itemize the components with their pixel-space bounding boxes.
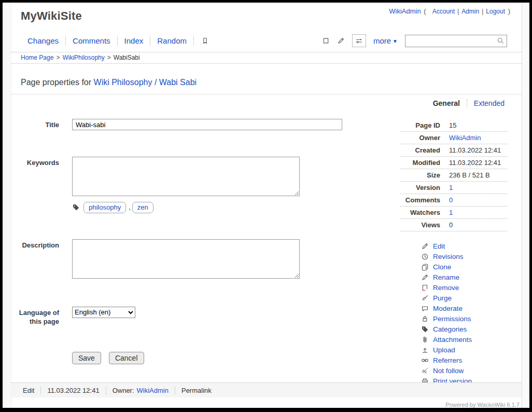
action-label: Not follow [433,367,464,375]
page-title-prefix: Page properties for [21,78,94,87]
main-content: Page properties for Wiki Philosophy / Wa… [11,64,522,382]
property-row: Watchers 1 [400,207,507,219]
breadcrumb-item[interactable]: Home Page [21,54,53,61]
keyword-tag[interactable]: zen [132,202,153,213]
keywords-textarea[interactable] [72,157,300,196]
property-value[interactable]: 1 [449,184,453,191]
breadcrumb-item: WabiSabi [114,54,140,61]
page-actions: Edit Revisions Clone [421,241,522,382]
description-textarea[interactable] [72,239,300,279]
tabs: GeneralExtended [11,94,522,107]
property-label: Size [400,171,440,179]
action-link[interactable]: Moderate [421,303,522,313]
search-input[interactable] [405,35,507,47]
separator: | [482,8,483,15]
primary-nav: ChangesCommentsIndexRandom [21,36,194,46]
action-label: Clone [433,263,451,271]
tab[interactable]: General [433,99,460,107]
speech-bubble-icon [421,305,429,312]
description-label: Description [11,239,59,250]
nav-link[interactable]: Changes [21,36,66,46]
property-value[interactable]: 0 [449,196,453,204]
action-label: Purge [433,294,452,302]
no-follow-icon [421,367,429,375]
action-label: Attachments [433,336,472,344]
page-remove-icon [421,284,429,292]
title-input[interactable] [72,119,342,130]
action-link[interactable]: Rename [421,272,522,282]
action-label: Revisions [433,253,464,260]
edit-page-icon[interactable] [337,37,345,45]
save-button[interactable]: Save [72,352,101,364]
action-link[interactable]: Attachments [421,334,522,345]
nav-link[interactable]: Random [150,36,194,46]
search-box [405,35,507,47]
property-value: 236 B / 521 B [449,171,490,179]
printer-icon [421,377,429,383]
property-value[interactable]: WikiAdmin [449,134,481,142]
footer-owner: Owner:WikiAdmin [106,387,175,394]
cancel-button[interactable]: Cancel [109,352,144,364]
owner-label: Owner: [113,387,134,394]
title-label: Title [11,119,59,129]
settings-sliders-button[interactable] [352,34,366,47]
keywords-label: Keywords [11,157,59,167]
action-label: Edit [433,242,445,250]
footer-edit-link[interactable]: Edit [17,387,40,394]
nav-bar: ChangesCommentsIndexRandom more▼ [11,31,522,52]
search-icon[interactable] [497,37,505,45]
action-link[interactable]: Categories [421,324,522,334]
action-link[interactable]: Permissions [421,313,522,324]
action-link[interactable]: Not follow [421,365,522,376]
footer-permalink-link[interactable]: Permalink [175,387,218,394]
property-label: Modified [400,159,440,167]
toolbar: more▼ [322,34,522,47]
property-value: 0 [449,221,453,229]
property-value: 11.03.2022 12:41 [449,146,501,154]
user-menu-link[interactable]: Admin [461,8,479,15]
action-link[interactable]: Referrers [421,355,522,365]
language-select[interactable]: English (en) [72,307,135,318]
user-menu-link[interactable]: Account [432,8,455,15]
action-link[interactable]: Clone [421,262,522,272]
property-row: Page ID 15 [400,119,507,132]
bookmark-icon[interactable] [194,37,216,45]
footer-owner-link[interactable]: WikiAdmin [137,387,169,394]
keyword-tag[interactable]: philosophy [83,202,126,213]
footer-bar: Edit 11.03.2022 12:41 Owner:WikiAdmin Pe… [11,382,522,397]
chevron-down-icon: ▼ [393,37,398,44]
paperclip-icon [421,336,429,344]
clock-icon [421,253,429,260]
paren-close: ) [508,7,510,15]
breadcrumb: Home Page>WikiPhilosophy>WabiSabi [11,52,522,64]
action-link[interactable]: Upload [421,345,522,355]
language-label: Language of this page [11,307,59,326]
user-name-link[interactable]: WikiAdmin [389,7,421,15]
property-row: Modified 11.03.2022 12:41 [400,157,507,169]
tab[interactable]: Extended [467,99,505,107]
action-link[interactable]: Remove [421,282,522,293]
action-label: Permissions [433,315,471,323]
property-row: Version 1 [400,182,507,194]
property-row: Created 11.03.2022 12:41 [400,144,507,157]
breadcrumb-separator: > [107,54,111,61]
user-menu-link[interactable]: Logout [486,8,505,15]
pencil-icon [421,242,429,250]
more-menu-button[interactable]: more▼ [373,36,398,45]
action-link[interactable]: Revisions [421,251,522,262]
property-label: Watchers [400,209,440,216]
breadcrumb-item[interactable]: WikiPhilosophy [62,54,104,61]
paren-open: ( [424,7,426,15]
property-row: Comments 0 [400,194,507,207]
action-link[interactable]: Edit [421,241,522,251]
columns: Title Keywords philosophy,zen Descriptio… [11,119,522,382]
action-link[interactable]: Print version [421,376,522,382]
more-label: more [373,36,391,45]
action-link[interactable]: Purge [421,293,522,303]
nav-link[interactable]: Index [118,36,151,46]
property-value[interactable]: 1 [449,209,453,216]
page-title-link[interactable]: Wiki Philosophy / Wabi Sabi [94,78,197,87]
nav-link[interactable]: Comments [66,36,118,46]
form-buttons: Save Cancel [72,352,352,364]
new-page-icon[interactable] [322,37,330,45]
